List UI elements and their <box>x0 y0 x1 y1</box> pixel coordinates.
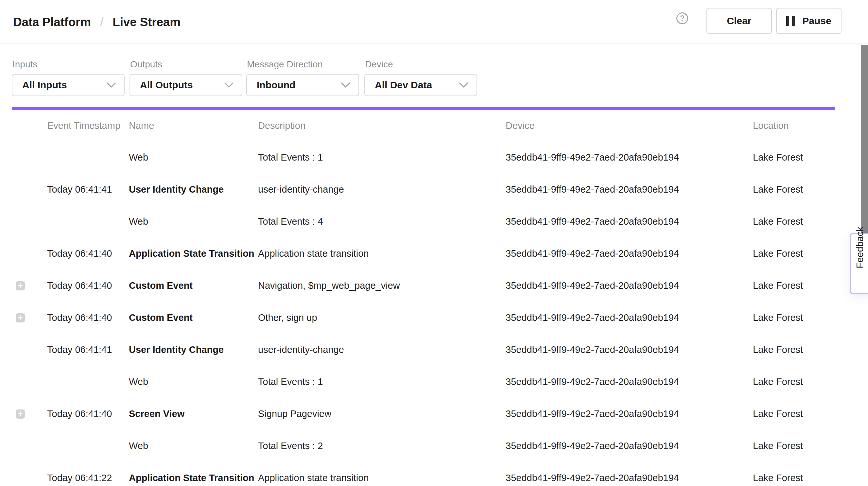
filter-outputs-label: Outputs <box>130 59 162 70</box>
event-location: Lake Forest <box>753 141 803 173</box>
column-header-description: Description <box>258 110 306 141</box>
event-name: User Identity Change <box>129 173 224 205</box>
event-device-id: 35eddb41-9ff9-49e2-7aed-20afa90eb194 <box>506 173 679 205</box>
event-device-id: 35eddb41-9ff9-49e2-7aed-20afa90eb194 <box>506 430 679 462</box>
breadcrumb: Data Platform / Live Stream <box>13 0 181 44</box>
table-row[interactable]: Today 06:41:22Application State Transiti… <box>0 462 868 486</box>
table-row[interactable]: Today 06:41:41User Identity Changeuser-i… <box>0 173 868 205</box>
event-name: Web <box>129 141 148 173</box>
outputs-dropdown[interactable]: All Outputs <box>129 74 242 96</box>
event-device-id: 35eddb41-9ff9-49e2-7aed-20afa90eb194 <box>506 205 679 238</box>
event-device-id: 35eddb41-9ff9-49e2-7aed-20afa90eb194 <box>506 270 679 302</box>
table-row[interactable]: +Today 06:41:40Screen ViewSignup Pagevie… <box>0 398 868 430</box>
table-body: WebTotal Events : 135eddb41-9ff9-49e2-7a… <box>0 141 868 486</box>
event-device-id: 35eddb41-9ff9-49e2-7aed-20afa90eb194 <box>506 398 679 430</box>
help-icon[interactable]: ? <box>676 12 688 24</box>
event-location: Lake Forest <box>753 173 803 205</box>
table-header: Event Timestamp Name Description Device … <box>0 110 868 141</box>
filter-device-label: Device <box>365 59 393 70</box>
event-description: Total Events : 1 <box>258 141 323 173</box>
inputs-dropdown-value: All Inputs <box>22 80 67 91</box>
filter-message-direction-label: Message Direction <box>247 59 323 70</box>
event-device-id: 35eddb41-9ff9-49e2-7aed-20afa90eb194 <box>506 334 679 366</box>
table-row[interactable]: WebTotal Events : 135eddb41-9ff9-49e2-7a… <box>0 366 868 398</box>
help-glyph: ? <box>680 14 684 23</box>
vertical-scrollbar-thumb[interactable] <box>861 45 868 241</box>
event-timestamp: Today 06:41:40 <box>47 238 112 270</box>
device-dropdown-value: All Dev Data <box>375 80 432 91</box>
filter-inputs-label: Inputs <box>12 59 37 70</box>
table-row[interactable]: WebTotal Events : 435eddb41-9ff9-49e2-7a… <box>0 205 868 238</box>
event-name: Application State Transition <box>129 238 254 270</box>
clear-button[interactable]: Clear <box>707 8 772 34</box>
event-location: Lake Forest <box>753 430 803 462</box>
table-row[interactable]: WebTotal Events : 135eddb41-9ff9-49e2-7a… <box>0 141 868 173</box>
inputs-dropdown[interactable]: All Inputs <box>12 74 125 96</box>
event-description: Application state transition <box>258 238 369 270</box>
message-direction-dropdown[interactable]: Inbound <box>246 74 359 96</box>
table-row[interactable]: +Today 06:41:40Custom EventNavigation, $… <box>0 270 868 302</box>
event-device-id: 35eddb41-9ff9-49e2-7aed-20afa90eb194 <box>506 366 679 398</box>
event-name: Web <box>129 430 148 462</box>
table-row[interactable]: +Today 06:41:40Custom EventOther, sign u… <box>0 302 868 334</box>
event-timestamp: Today 06:41:40 <box>47 302 112 334</box>
event-name: Screen View <box>129 398 184 430</box>
pause-button[interactable]: Pause <box>776 8 841 34</box>
event-location: Lake Forest <box>753 462 803 486</box>
column-header-event-timestamp: Event Timestamp <box>47 110 120 141</box>
accent-divider <box>12 107 835 110</box>
event-description: Signup Pageview <box>258 398 331 430</box>
event-device-id: 35eddb41-9ff9-49e2-7aed-20afa90eb194 <box>506 462 679 486</box>
event-name: Application State Transition <box>129 462 254 486</box>
column-header-device: Device <box>506 110 535 141</box>
event-description: Other, sign up <box>258 302 317 334</box>
event-location: Lake Forest <box>753 270 803 302</box>
event-timestamp: Today 06:41:22 <box>47 462 112 486</box>
expand-plus-icon[interactable]: + <box>16 281 25 291</box>
table-row[interactable]: Today 06:41:41User Identity Changeuser-i… <box>0 334 868 366</box>
table-row[interactable]: Today 06:41:40Application State Transiti… <box>0 238 868 270</box>
event-device-id: 35eddb41-9ff9-49e2-7aed-20afa90eb194 <box>506 238 679 270</box>
pause-icon <box>786 16 795 26</box>
event-timestamp: Today 06:41:40 <box>47 270 112 302</box>
event-device-id: 35eddb41-9ff9-49e2-7aed-20afa90eb194 <box>506 302 679 334</box>
device-dropdown[interactable]: All Dev Data <box>364 74 477 96</box>
breadcrumb-live-stream: Live Stream <box>113 16 181 29</box>
chevron-down-icon <box>224 82 234 88</box>
event-name: Web <box>129 205 148 238</box>
column-header-name: Name <box>129 110 154 141</box>
expand-plus-icon[interactable]: + <box>16 409 25 419</box>
chevron-down-icon <box>106 82 116 88</box>
event-description: user-identity-change <box>258 334 344 366</box>
feedback-tab[interactable]: Feedback <box>850 233 868 294</box>
filters-bar: Inputs All Inputs Outputs All Outputs Me… <box>0 45 868 107</box>
feedback-tab-label: Feedback <box>855 259 865 268</box>
page-header: Data Platform / Live Stream ? Clear Paus… <box>0 0 868 44</box>
event-device-id: 35eddb41-9ff9-49e2-7aed-20afa90eb194 <box>506 141 679 173</box>
event-location: Lake Forest <box>753 238 803 270</box>
event-location: Lake Forest <box>753 334 803 366</box>
event-name: Web <box>129 366 148 398</box>
column-header-location: Location <box>753 110 789 141</box>
clear-button-label: Clear <box>727 16 751 27</box>
event-description: Total Events : 2 <box>258 430 323 462</box>
expand-plus-icon[interactable]: + <box>16 313 25 323</box>
event-description: Total Events : 1 <box>258 366 323 398</box>
event-location: Lake Forest <box>753 366 803 398</box>
event-description: Navigation, $mp_web_page_view <box>258 270 400 302</box>
event-description: Total Events : 4 <box>258 205 323 238</box>
event-description: user-identity-change <box>258 173 344 205</box>
event-location: Lake Forest <box>753 398 803 430</box>
chevron-down-icon <box>459 82 469 88</box>
event-timestamp: Today 06:41:40 <box>47 398 112 430</box>
event-name: Custom Event <box>129 270 193 302</box>
event-location: Lake Forest <box>753 302 803 334</box>
message-direction-dropdown-value: Inbound <box>257 80 295 91</box>
breadcrumb-data-platform[interactable]: Data Platform <box>13 16 91 29</box>
table-row[interactable]: WebTotal Events : 235eddb41-9ff9-49e2-7a… <box>0 430 868 462</box>
breadcrumb-separator: / <box>100 15 103 29</box>
chevron-down-icon <box>341 82 350 88</box>
event-description: Application state transition <box>258 462 369 486</box>
event-timestamp: Today 06:41:41 <box>47 334 112 366</box>
event-name: Custom Event <box>129 302 193 334</box>
